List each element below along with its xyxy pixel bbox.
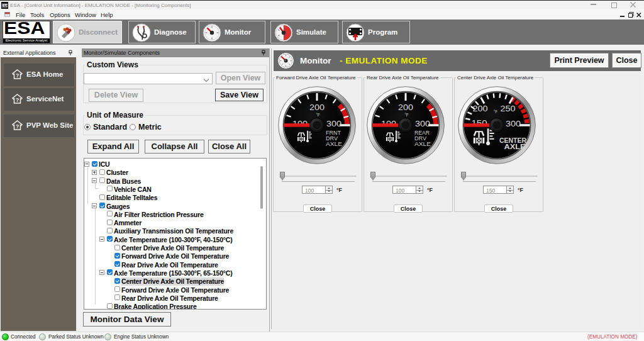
svg-text:°F: °F	[494, 109, 498, 114]
svg-text:AXLE: AXLE	[326, 141, 342, 147]
svg-text:200: 200	[398, 103, 413, 112]
svg-text:300: 300	[506, 120, 521, 128]
svg-text:°F: °F	[404, 113, 409, 117]
svg-text:AXLE: AXLE	[414, 141, 431, 147]
svg-text:250: 250	[501, 104, 516, 113]
svg-text:?: ?	[16, 97, 19, 103]
svg-text:200: 200	[309, 103, 325, 112]
svg-text:300: 300	[415, 120, 430, 128]
svg-text:°F: °F	[316, 113, 320, 117]
svg-text:AXLE: AXLE	[504, 143, 526, 150]
svg-text:300: 300	[326, 120, 341, 128]
svg-text:ESA: ESA	[1, 4, 8, 8]
svg-text:200: 200	[473, 104, 488, 113]
svg-text:?: ?	[16, 72, 19, 79]
svg-text:?: ?	[16, 123, 19, 130]
